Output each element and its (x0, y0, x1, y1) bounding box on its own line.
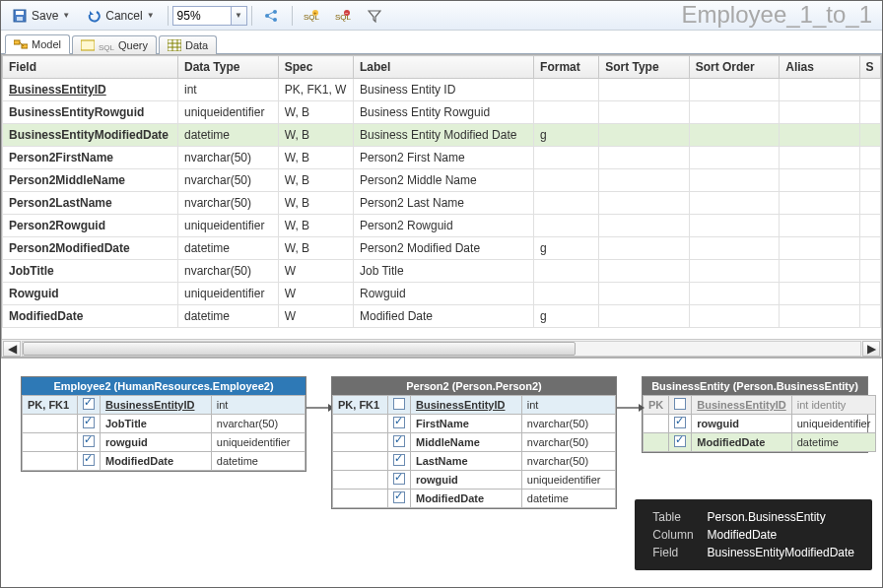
entity-table[interactable]: Person2 (Person.Person2)PK, FK1BusinessE… (331, 376, 617, 509)
entity-row[interactable]: LastNamenvarchar(50) (333, 452, 616, 471)
table-row[interactable]: ModifiedDatedatetimeWModified Dateg (3, 305, 881, 328)
checkbox-icon[interactable] (83, 398, 95, 410)
entity-row[interactable]: FirstNamenvarchar(50) (333, 415, 616, 433)
cell: Modified Date (353, 305, 533, 328)
check-cell (388, 452, 411, 471)
checkbox-icon[interactable] (674, 435, 686, 447)
cell (599, 283, 690, 305)
cell: W, B (278, 101, 353, 124)
entity-row[interactable]: rowguiduniqueidentifier (333, 471, 616, 490)
entity-row[interactable]: rowguiduniqueidentifier (644, 415, 876, 433)
checkbox-icon[interactable] (674, 398, 686, 410)
type-cell: int identity (791, 396, 876, 415)
entity-row[interactable]: MiddleNamenvarchar(50) (333, 433, 616, 452)
svg-rect-18 (168, 39, 181, 51)
entity-row[interactable]: rowguiduniqueidentifier (23, 433, 306, 452)
share-button[interactable] (256, 5, 286, 27)
horizontal-scrollbar[interactable]: ◀ ▶ (2, 339, 881, 357)
checkbox-icon[interactable] (83, 454, 95, 466)
save-button[interactable]: Save ▼ (5, 5, 77, 27)
table-row[interactable]: Person2ModifiedDatedatetimeW, BPerson2 M… (3, 237, 881, 260)
entity-row[interactable]: PK, FK1BusinessEntityIDint (23, 396, 306, 415)
table-row[interactable]: BusinessEntityRowguiduniqueidentifierW, … (3, 101, 881, 124)
table-row[interactable]: BusinessEntityModifiedDatedatetimeW, BBu… (3, 124, 881, 147)
table-row[interactable]: BusinessEntityIDintPK, FK1, WBusiness En… (3, 79, 881, 101)
col-s[interactable]: S (859, 56, 880, 79)
tab-data[interactable]: Data (159, 35, 217, 54)
col-alias[interactable]: Alias (780, 56, 859, 79)
entity-row[interactable]: ModifiedDatedatetime (23, 452, 306, 471)
table-row[interactable]: Person2MiddleNamenvarchar(50)W, BPerson2… (3, 169, 881, 192)
col-field[interactable]: Field (3, 56, 178, 79)
checkbox-icon[interactable] (83, 417, 95, 428)
add-sql-button[interactable]: SQL+ (297, 5, 326, 27)
check-cell (78, 415, 101, 433)
cell: Business Entity Rowguid (353, 101, 533, 124)
entity-table[interactable]: Employee2 (HumanResources.Employee2)PK, … (21, 376, 306, 472)
table-row[interactable]: Person2LastNamenvarchar(50)W, BPerson2 L… (3, 192, 881, 215)
table-row[interactable]: RowguiduniqueidentifierWRowguid (3, 283, 881, 305)
cell: Person2ModifiedDate (3, 237, 178, 260)
col-sort-type[interactable]: Sort Type (599, 56, 690, 79)
cell: JobTitle (3, 260, 178, 283)
undo-icon (86, 8, 102, 24)
entity-row[interactable]: PKBusinessEntityIDint identity (644, 396, 876, 415)
checkbox-icon[interactable] (393, 473, 405, 485)
checkbox-icon[interactable] (83, 435, 95, 447)
remove-sql-button[interactable]: SQL− (328, 5, 358, 27)
remove-sql-icon: SQL− (335, 8, 351, 24)
entity-row[interactable]: ModifiedDatedatetime (333, 490, 616, 508)
col-sort-order[interactable]: Sort Order (689, 56, 780, 79)
cell: ModifiedDate (3, 305, 178, 328)
checkbox-icon[interactable] (393, 398, 405, 410)
diagram-pane[interactable]: BusinessEntity (Person.BusinessEntity)PK… (1, 358, 882, 584)
cell (780, 192, 859, 215)
cell: Person2 Rowguid (353, 215, 533, 237)
check-cell (669, 396, 692, 415)
checkbox-icon[interactable] (393, 491, 405, 503)
scroll-thumb[interactable] (23, 342, 576, 356)
field-name: rowguid (697, 418, 739, 429)
cell (859, 101, 880, 124)
cell: nvarchar(50) (178, 147, 279, 169)
cell (780, 79, 859, 101)
cell (689, 147, 780, 169)
scroll-left-button[interactable]: ◀ (3, 341, 21, 357)
tab-model[interactable]: Model (5, 34, 70, 54)
check-cell (78, 433, 101, 452)
cell: nvarchar(50) (178, 260, 279, 283)
zoom-input[interactable] (172, 6, 232, 26)
col-label[interactable]: Label (353, 56, 533, 79)
checkbox-icon[interactable] (674, 417, 686, 428)
scroll-right-button[interactable]: ▶ (862, 341, 880, 357)
zoom-dropdown-button[interactable]: ▼ (232, 6, 247, 26)
cell: BusinessEntityID (3, 79, 178, 101)
table-row[interactable]: Person2FirstNamenvarchar(50)W, BPerson2 … (3, 147, 881, 169)
entity-row[interactable]: ModifiedDatedatetime (644, 433, 876, 452)
checkbox-icon[interactable] (393, 417, 405, 428)
table-row[interactable]: JobTitlenvarchar(50)WJob Title (3, 260, 881, 283)
tooltip-table-value: Person.BusinessEntity (702, 509, 860, 525)
cancel-button[interactable]: Cancel ▼ (79, 5, 161, 27)
col-format[interactable]: Format (534, 56, 599, 79)
checkbox-icon[interactable] (393, 435, 405, 447)
col-data-type[interactable]: Data Type (178, 56, 279, 79)
col-spec[interactable]: Spec (278, 56, 353, 79)
name-cell: BusinessEntityID (411, 396, 522, 415)
table-row[interactable]: Person2RowguiduniqueidentifierW, BPerson… (3, 215, 881, 237)
scroll-track[interactable] (22, 341, 861, 357)
tooltip-column-value: ModifiedDate (702, 527, 860, 543)
cell (780, 101, 859, 124)
tab-query[interactable]: SQL Query (72, 35, 157, 54)
zoom-combo[interactable]: ▼ (172, 6, 247, 26)
entity-row[interactable]: PK, FK1BusinessEntityIDint (333, 396, 616, 415)
entity-row[interactable]: JobTitlenvarchar(50) (23, 415, 306, 433)
field-name: ModifiedDate (416, 492, 484, 504)
entity-header: BusinessEntity (Person.BusinessEntity) (643, 377, 867, 395)
checkbox-icon[interactable] (393, 454, 405, 466)
entity-table[interactable]: BusinessEntity (Person.BusinessEntity)PK… (642, 376, 868, 453)
cell (859, 79, 880, 101)
filter-button[interactable] (360, 5, 389, 27)
check-cell (78, 452, 101, 471)
cell (599, 124, 690, 147)
